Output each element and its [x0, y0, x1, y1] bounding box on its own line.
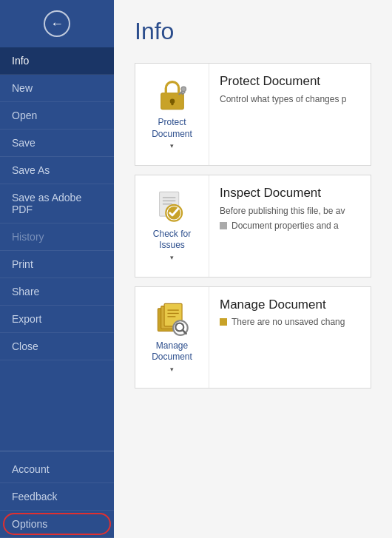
manage-document-label: Manage Document ▾	[143, 340, 201, 375]
manage-document-text: Manage Document There are no unsaved cha…	[209, 287, 371, 337]
lock-icon	[155, 77, 190, 112]
protect-document-label: Protect Document ▾	[143, 117, 201, 152]
check-issues-label: Check for Issues ▾	[143, 229, 201, 263]
sidebar-divider	[0, 451, 114, 451]
manage-document-heading: Manage Document	[220, 297, 360, 312]
inspect-document-item1: Document properties and a	[220, 221, 360, 231]
sidebar-item-save-as[interactable]: Save As	[0, 157, 114, 184]
page-title: Info	[135, 18, 371, 45]
sidebar-item-save-adobe[interactable]: Save as Adobe PDF	[0, 184, 114, 223]
sidebar: ← Info New Open Save Save As Save as Ado…	[0, 0, 114, 538]
sidebar-item-export[interactable]: Export	[0, 306, 114, 333]
sidebar-item-close[interactable]: Close	[0, 333, 114, 360]
inspect-document-card: Check for Issues ▾ Inspect Document Befo…	[135, 175, 371, 278]
protect-document-card: Protect Document ▾ Protect Document Cont…	[135, 63, 371, 166]
manage-document-dropdown: ▾	[170, 366, 174, 373]
protect-document-text: Protect Document Control what types of c…	[209, 64, 371, 116]
inspect-icon	[155, 189, 190, 224]
manage-document-card: Manage Document ▾ Manage Document There …	[135, 286, 371, 389]
svg-rect-2	[171, 101, 173, 105]
protect-document-dropdown: ▾	[170, 142, 174, 149]
protect-document-desc: Control what types of changes p	[220, 93, 360, 106]
inspect-document-heading: Inspect Document	[220, 186, 360, 201]
inspect-document-text: Inspect Document Before publishing this …	[209, 175, 371, 241]
sidebar-item-new[interactable]: New	[0, 75, 114, 102]
back-button[interactable]: ←	[0, 0, 114, 47]
sidebar-item-print[interactable]: Print	[0, 251, 114, 278]
manage-document-item: There are no unsaved chang	[220, 317, 360, 327]
manage-bullet-icon	[220, 318, 227, 326]
sidebar-item-options[interactable]: Options	[0, 511, 114, 538]
bullet-icon	[220, 222, 227, 229]
manage-icon	[155, 300, 190, 336]
check-issues-dropdown: ▾	[170, 254, 174, 261]
protect-document-heading: Protect Document	[220, 74, 360, 89]
sidebar-item-feedback[interactable]: Feedback	[0, 483, 114, 511]
sidebar-bottom: Account Feedback Options	[0, 446, 114, 538]
svg-point-4	[181, 87, 186, 92]
sidebar-item-share[interactable]: Share	[0, 278, 114, 306]
inspect-document-desc: Before publishing this file, be av	[220, 205, 360, 218]
sidebar-item-info[interactable]: Info	[0, 47, 114, 75]
protect-document-button[interactable]: Protect Document ▾	[135, 64, 209, 165]
main-content: Info Protect Document ▾	[114, 0, 392, 538]
manage-document-button[interactable]: Manage Document ▾	[135, 287, 209, 389]
check-for-issues-button[interactable]: Check for Issues ▾	[135, 175, 209, 277]
sidebar-item-account[interactable]: Account	[0, 456, 114, 483]
sidebar-item-save[interactable]: Save	[0, 130, 114, 157]
back-arrow-icon: ←	[44, 10, 70, 37]
sidebar-item-open[interactable]: Open	[0, 102, 114, 130]
sidebar-item-history: History	[0, 223, 114, 251]
